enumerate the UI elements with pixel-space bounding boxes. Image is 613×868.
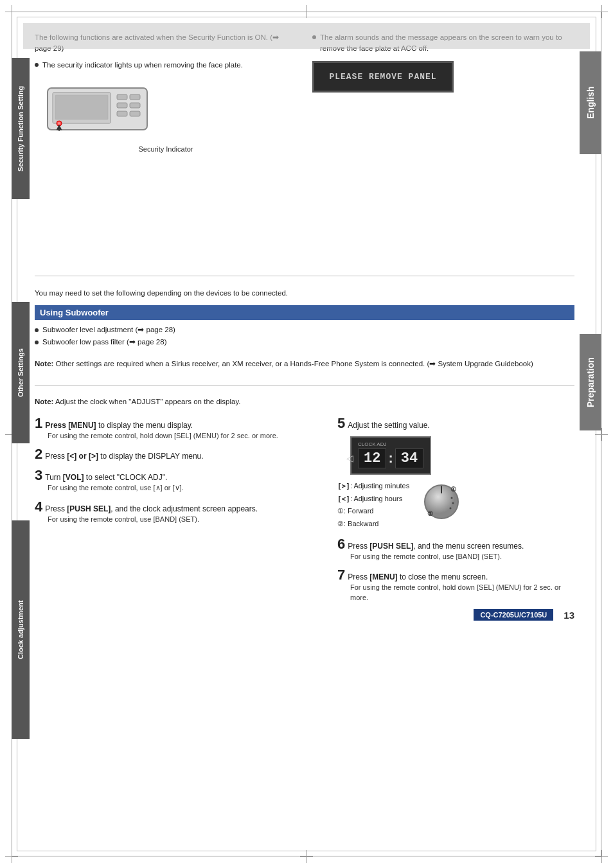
clock-note: Note: Adjust the clock when "ADJUST" app… bbox=[35, 396, 574, 407]
preparation-sidebar-label: Preparation bbox=[580, 334, 601, 430]
svg-rect-4 bbox=[130, 94, 140, 100]
bullet-dot-sw1 bbox=[35, 328, 39, 332]
section-clock-adjustment: Note: Adjust the clock when "ADJUST" app… bbox=[35, 386, 574, 621]
clock-minutes: 34 bbox=[395, 448, 423, 468]
svg-rect-3 bbox=[117, 94, 127, 100]
svg-rect-2 bbox=[55, 95, 108, 120]
svg-text:①: ① bbox=[450, 486, 456, 493]
svg-point-18 bbox=[450, 507, 452, 509]
other-intro: You may need to set the following depend… bbox=[35, 288, 574, 299]
svg-point-16 bbox=[451, 497, 453, 499]
subwoofer-heading: Using Subwoofer bbox=[35, 305, 574, 320]
other-settings-sidebar: Other Settings bbox=[12, 302, 30, 443]
svg-rect-6 bbox=[130, 103, 140, 108]
security-bullet1: The security indicator lights up when re… bbox=[35, 60, 297, 71]
clock-colon: : bbox=[388, 450, 393, 466]
clock-step4-sub: For using the remote control, use [BAND]… bbox=[48, 515, 324, 524]
clock-adjustment-sidebar: Clock adjustment bbox=[12, 520, 30, 739]
clock-step7-sub: For using the remote control, hold down … bbox=[350, 583, 574, 603]
clock-step-3: 3 Turn [VOL] to select "CLOCK ADJ". For … bbox=[35, 468, 324, 493]
clock-step3-sub: For using the remote control, use [∧] or… bbox=[48, 483, 324, 493]
adjust-legend: [>]: Adjusting minutes [<]: Adjusting ho… bbox=[337, 480, 409, 531]
clock-step6-sub: For using the remote control, use [BAND]… bbox=[350, 552, 574, 562]
svg-point-10 bbox=[58, 122, 60, 125]
indicator-caption: Security Indicator bbox=[35, 145, 297, 153]
crosshair-tl bbox=[5, 5, 18, 18]
section-other-settings: You may need to set the following depend… bbox=[35, 276, 574, 386]
clock-step1-sub: For using the remote control, hold down … bbox=[48, 431, 324, 441]
model-badge: CQ-C7205U/C7105U bbox=[474, 609, 553, 621]
subwoofer-bullet2: Subwoofer low pass filter (➡ page 28) bbox=[35, 337, 574, 346]
bullet-dot bbox=[35, 63, 39, 67]
bullet-dot-sw2 bbox=[35, 341, 39, 344]
clock-step-5: 5 Adjust the setting value. CLOCK ADJ ◁ … bbox=[337, 416, 574, 531]
clock-hours: 12 bbox=[358, 448, 386, 468]
right-sidebar: English Preparation bbox=[580, 32, 601, 836]
crosshair-bc bbox=[300, 850, 313, 863]
remove-panel-text: PLEASE REMOVE PANEL bbox=[312, 61, 454, 93]
svg-rect-7 bbox=[117, 111, 127, 116]
security-function-sidebar: Security Function Setting bbox=[12, 58, 30, 199]
crosshair-br bbox=[595, 850, 608, 863]
remove-panel-display: PLEASE REMOVE PANEL bbox=[312, 61, 574, 93]
clock-step-4: 4 Press [PUSH SEL], and the clock adjust… bbox=[35, 500, 324, 524]
crosshair-bl bbox=[5, 850, 18, 863]
device-drawing bbox=[35, 78, 157, 143]
security-indicator-image: Security Indicator bbox=[35, 78, 297, 153]
clock-step-1: 1 Press [MENU] to display the menu displ… bbox=[35, 416, 324, 441]
english-sidebar-label: English bbox=[580, 51, 601, 154]
clock-step-2: 2 Press [<] or [>] to display the DISPLA… bbox=[35, 447, 324, 462]
clock-step-6: 6 Press [PUSH SEL], and the menu screen … bbox=[337, 537, 574, 562]
other-note-text: Other settings are required when a Siriu… bbox=[56, 360, 533, 368]
legend-item-3: ①: Forward bbox=[337, 505, 409, 518]
legend-item-2: [<]: Adjusting hours bbox=[337, 493, 409, 506]
clock-step-7: 7 Press [MENU] to close the menu screen.… bbox=[337, 568, 574, 603]
svg-rect-5 bbox=[117, 103, 127, 108]
subwoofer-bullet1: Subwoofer level adjustment (➡ page 28) bbox=[35, 325, 574, 334]
svg-text:②: ② bbox=[427, 510, 433, 517]
crosshair-tc bbox=[300, 5, 313, 18]
legend-item-4: ②: Backward bbox=[337, 518, 409, 531]
svg-rect-8 bbox=[130, 111, 140, 116]
crosshair-tr bbox=[595, 5, 608, 18]
svg-point-17 bbox=[452, 502, 454, 504]
header-bar bbox=[23, 23, 590, 49]
other-note: Note: Other settings are required when a… bbox=[35, 358, 574, 369]
section-security: The following functions are activated wh… bbox=[35, 32, 574, 276]
legend-item-1: [>]: Adjusting minutes bbox=[337, 480, 409, 493]
dial-illustration: ① ② bbox=[422, 483, 461, 523]
clock-note-text: Adjust the clock when "ADJUST" appears o… bbox=[55, 398, 241, 405]
page-number: 13 bbox=[564, 610, 574, 621]
clock-display-label: CLOCK ADJ bbox=[358, 441, 423, 447]
